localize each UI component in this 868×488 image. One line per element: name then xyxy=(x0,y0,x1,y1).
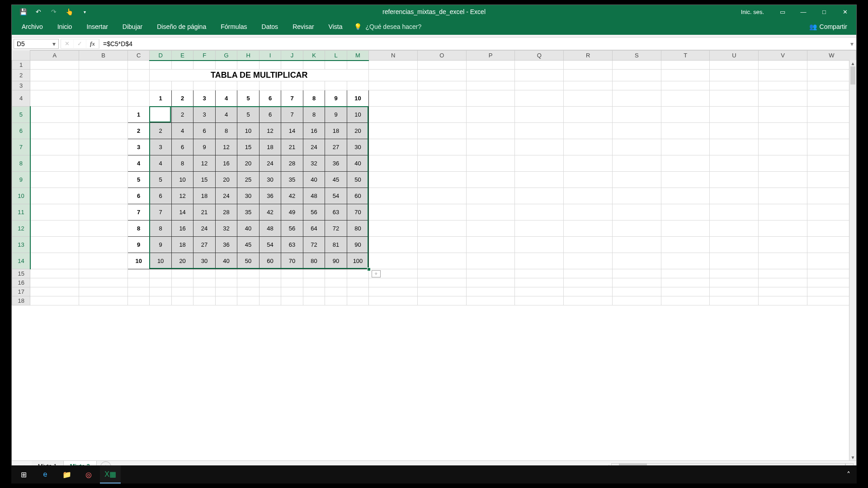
column-header[interactable]: A xyxy=(30,51,79,61)
cell[interactable] xyxy=(661,221,710,237)
cell[interactable]: 63 xyxy=(325,204,347,221)
fill-handle[interactable] xyxy=(367,267,371,271)
cell[interactable] xyxy=(127,287,149,296)
cell[interactable] xyxy=(150,269,171,278)
column-header[interactable]: W xyxy=(807,51,856,61)
cell[interactable]: 7 xyxy=(281,90,303,107)
cell[interactable] xyxy=(325,278,347,287)
cell[interactable]: 9 xyxy=(150,237,171,253)
cell[interactable] xyxy=(759,296,807,305)
row-header[interactable]: 6 xyxy=(12,123,30,139)
cell[interactable]: 30 xyxy=(193,253,215,269)
cell[interactable] xyxy=(710,188,759,204)
cell[interactable]: 25 xyxy=(237,172,259,188)
column-header[interactable]: H xyxy=(237,51,259,61)
cell[interactable]: 54 xyxy=(325,188,347,204)
show-desktop-icon[interactable]: ˄ xyxy=(847,470,850,479)
table-title[interactable]: TABLA DE MULTIPLICAR xyxy=(150,70,369,81)
cell[interactable] xyxy=(466,188,515,204)
cell[interactable] xyxy=(612,70,661,81)
cell[interactable]: 5 xyxy=(150,172,171,188)
cell[interactable] xyxy=(612,221,661,237)
cell[interactable]: 8 xyxy=(127,221,149,237)
select-all-corner[interactable] xyxy=(12,51,30,61)
cell[interactable] xyxy=(150,287,171,296)
cell[interactable] xyxy=(325,296,347,305)
cell[interactable] xyxy=(759,90,807,107)
cell[interactable] xyxy=(759,221,807,237)
cell[interactable] xyxy=(515,237,564,253)
cell[interactable]: 20 xyxy=(171,253,193,269)
cell[interactable] xyxy=(369,204,418,221)
cell[interactable]: 80 xyxy=(303,253,325,269)
cell[interactable] xyxy=(369,188,418,204)
cell[interactable] xyxy=(759,155,807,172)
cell[interactable] xyxy=(281,278,303,287)
cell[interactable] xyxy=(79,61,128,70)
cell[interactable] xyxy=(759,204,807,221)
cell[interactable] xyxy=(515,81,564,90)
column-header[interactable]: C xyxy=(127,51,149,61)
cell[interactable] xyxy=(369,61,418,70)
cell[interactable]: 64 xyxy=(303,221,325,237)
cell[interactable] xyxy=(30,253,79,269)
column-header[interactable]: T xyxy=(661,51,710,61)
cell[interactable] xyxy=(612,269,661,278)
row-header[interactable]: 14 xyxy=(12,253,30,269)
cell[interactable] xyxy=(710,107,759,123)
cell[interactable] xyxy=(417,139,466,155)
cell[interactable] xyxy=(30,188,79,204)
column-header[interactable]: R xyxy=(564,51,613,61)
column-header[interactable]: E xyxy=(171,51,193,61)
column-header[interactable]: Q xyxy=(515,51,564,61)
cell[interactable] xyxy=(710,278,759,287)
cell[interactable] xyxy=(661,278,710,287)
cell[interactable] xyxy=(417,155,466,172)
cell[interactable]: 70 xyxy=(347,204,368,221)
cell[interactable] xyxy=(79,155,128,172)
cell[interactable] xyxy=(612,278,661,287)
cell[interactable] xyxy=(759,253,807,269)
cell[interactable] xyxy=(417,269,466,278)
cell[interactable]: 3 xyxy=(193,107,215,123)
cell[interactable]: 24 xyxy=(193,221,215,237)
column-header[interactable]: O xyxy=(417,51,466,61)
cell[interactable] xyxy=(369,172,418,188)
cell[interactable] xyxy=(612,296,661,305)
row-header[interactable]: 1 xyxy=(12,61,30,70)
cell[interactable]: 15 xyxy=(237,139,259,155)
cell[interactable]: 45 xyxy=(237,237,259,253)
cell[interactable]: 10 xyxy=(150,253,171,269)
cell[interactable] xyxy=(193,278,215,287)
cell[interactable] xyxy=(564,123,613,139)
cell[interactable] xyxy=(564,61,613,70)
cell[interactable] xyxy=(710,172,759,188)
cell[interactable] xyxy=(661,155,710,172)
cell[interactable] xyxy=(661,123,710,139)
cell[interactable]: 48 xyxy=(303,188,325,204)
ribbon-tab-datos[interactable]: Datos xyxy=(255,19,286,34)
cell[interactable] xyxy=(710,204,759,221)
cell[interactable]: 32 xyxy=(303,155,325,172)
cell[interactable] xyxy=(30,237,79,253)
cell[interactable] xyxy=(417,204,466,221)
cell[interactable] xyxy=(79,269,128,278)
cell[interactable] xyxy=(369,123,418,139)
row-header[interactable]: 18 xyxy=(12,296,30,305)
cell[interactable] xyxy=(369,296,418,305)
cell[interactable] xyxy=(417,107,466,123)
cell[interactable] xyxy=(612,253,661,269)
cell[interactable]: 30 xyxy=(347,139,368,155)
cell[interactable]: 27 xyxy=(193,237,215,253)
cell[interactable] xyxy=(564,139,613,155)
cell[interactable]: 20 xyxy=(347,123,368,139)
start-button[interactable]: ⊞ xyxy=(13,465,34,483)
cell[interactable] xyxy=(127,81,149,90)
cell[interactable] xyxy=(79,81,128,90)
cell[interactable] xyxy=(417,287,466,296)
column-header[interactable]: J xyxy=(281,51,303,61)
cell[interactable] xyxy=(466,278,515,287)
cell[interactable]: 21 xyxy=(193,204,215,221)
cell[interactable] xyxy=(237,296,259,305)
cell[interactable] xyxy=(215,269,237,278)
